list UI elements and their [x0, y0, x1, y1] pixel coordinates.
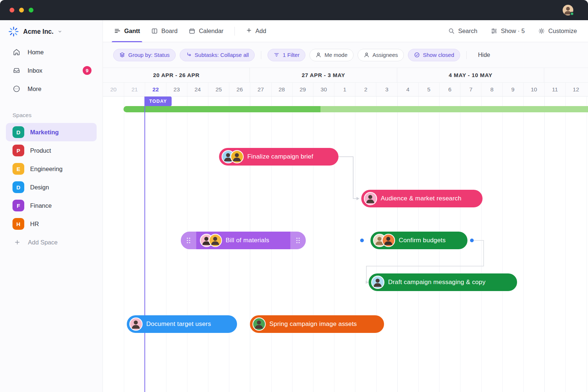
- sidebar-item-more[interactable]: More: [0, 80, 103, 98]
- dependency-link-dot-left[interactable]: [360, 239, 364, 242]
- space-icon: D: [12, 181, 24, 193]
- space-label: Finance: [30, 202, 52, 209]
- sidebar-item-hr[interactable]: H HR: [0, 215, 103, 233]
- inbox-icon: [12, 66, 21, 75]
- assignee-avatars: [222, 150, 244, 163]
- workspace-switcher[interactable]: Acme Inc.: [0, 20, 103, 43]
- assignee-avatar: [230, 150, 244, 163]
- tab-label: Gantt: [124, 28, 140, 35]
- day-header-9: 9: [502, 83, 523, 96]
- minimize-window-button[interactable]: [19, 8, 24, 12]
- task-bar-draft-campaign-messaging[interactable]: Draft campaign messaging & copy: [369, 273, 517, 291]
- space-icon: H: [12, 218, 24, 230]
- day-header-10: 10: [523, 83, 544, 96]
- task-label: Confirm budgets: [399, 237, 446, 244]
- task-bar-confirm-budgets[interactable]: Confirm budgets: [370, 232, 467, 249]
- tab-gantt[interactable]: Gantt: [114, 20, 140, 42]
- day-header-25: 25: [208, 83, 229, 96]
- assignee-avatar: [382, 234, 395, 247]
- sidebar-item-inbox[interactable]: Inbox 9: [0, 61, 103, 80]
- user-avatar[interactable]: [563, 5, 573, 15]
- day-row: 2021222324252627282930123456789101112: [103, 83, 588, 97]
- day-header-29: 29: [292, 83, 313, 96]
- subtask-icon: [186, 52, 192, 58]
- sidebar-item-finance[interactable]: F Finance: [0, 196, 103, 215]
- person-icon: [315, 52, 322, 58]
- view-toolbar: Gantt Board Calendar: [103, 20, 588, 42]
- customize-label: Customize: [548, 28, 577, 35]
- dependency-connectors: [103, 97, 588, 392]
- task-bar-finalize-campaign-brief[interactable]: Finalize campaign brief: [219, 148, 338, 166]
- sliders-icon: [491, 28, 498, 35]
- sidebar-item-design[interactable]: D Design: [0, 178, 103, 196]
- sidebar-item-marketing[interactable]: D Marketing: [6, 123, 97, 141]
- task-label: Draft campaign messaging & copy: [388, 279, 485, 286]
- assignee-avatar: [371, 276, 384, 289]
- task-bar-audience-market-research[interactable]: Audience & market research: [361, 190, 483, 207]
- layers-icon: [119, 52, 125, 58]
- sidebar: Acme Inc. Home Inbox 9: [0, 20, 103, 392]
- window-titlebar: [0, 0, 588, 20]
- gantt-view: 20 APR - 26 APR 27 APR - 3 MAY 4 MAY - 1…: [103, 68, 588, 392]
- space-icon: P: [12, 145, 24, 156]
- task-label: Document target users: [146, 320, 211, 328]
- add-view-button[interactable]: Add: [246, 27, 266, 35]
- sidebar-item-product[interactable]: P Product: [0, 141, 103, 160]
- nav-label: Inbox: [28, 67, 42, 74]
- search-icon: [448, 28, 455, 35]
- day-header-23: 23: [166, 83, 187, 96]
- tab-calendar[interactable]: Calendar: [189, 20, 223, 42]
- show-button[interactable]: Show · 5: [491, 28, 525, 35]
- toolbar-right: Search Show · 5 Customize: [448, 28, 577, 35]
- main-content: Gantt Board Calendar: [103, 20, 588, 392]
- space-label: Product: [30, 147, 51, 154]
- show-closed-pill[interactable]: Show closed: [408, 49, 460, 61]
- tab-label: Board: [161, 28, 178, 35]
- assignees-pill[interactable]: Assignees: [358, 49, 404, 61]
- day-header-28: 28: [271, 83, 292, 96]
- customize-button[interactable]: Customize: [538, 28, 577, 35]
- inbox-unread-badge: 9: [83, 66, 92, 75]
- sidebar-item-home[interactable]: Home: [0, 43, 103, 61]
- day-header-26: 26: [229, 83, 250, 96]
- board-icon: [151, 28, 158, 35]
- search-button[interactable]: Search: [448, 28, 477, 35]
- tab-label: Calendar: [199, 28, 223, 35]
- pill-label: 1 Filter: [283, 52, 300, 58]
- task-bar-spring-campaign-image-assets[interactable]: Spring campaign image assets: [250, 315, 384, 333]
- day-header-20: 20: [103, 83, 124, 96]
- subtasks-pill[interactable]: Subtasks: Collapse all: [180, 49, 255, 61]
- online-status-dot: [570, 12, 574, 16]
- tab-board[interactable]: Board: [151, 20, 178, 42]
- calendar-icon: [189, 28, 196, 35]
- spaces-heading: Spaces: [12, 112, 103, 119]
- me-mode-pill[interactable]: Me mode: [309, 49, 354, 61]
- drag-handle-left[interactable]: [181, 232, 196, 249]
- task-label: Audience & market research: [381, 195, 462, 202]
- add-space-label: Add Space: [28, 239, 58, 246]
- day-header-6: 6: [439, 83, 460, 96]
- filter-count-pill[interactable]: 1 Filter: [268, 49, 305, 61]
- check-circle-icon: [414, 52, 420, 58]
- task-bar-document-target-users[interactable]: Document target users: [127, 315, 237, 333]
- hide-button[interactable]: Hide: [478, 52, 490, 58]
- week-header: 27 APR - 3 MAY: [250, 68, 397, 82]
- app-window: Acme Inc. Home Inbox 9: [0, 0, 588, 392]
- assignee-avatars: [129, 317, 143, 331]
- filter-divider: [466, 51, 467, 59]
- assignee-avatars: [200, 234, 222, 247]
- day-header-4: 4: [397, 83, 418, 96]
- filter-divider: [261, 51, 261, 59]
- day-header-24: 24: [187, 83, 208, 96]
- zoom-window-button[interactable]: [29, 8, 33, 12]
- task-bar-bill-of-materials[interactable]: Bill of materials: [181, 232, 306, 249]
- home-icon: [12, 48, 21, 56]
- group-by-pill[interactable]: Group by: Status: [113, 49, 176, 61]
- sidebar-item-engineering[interactable]: E Engineering: [0, 160, 103, 178]
- dependency-link-dot-right[interactable]: [470, 239, 474, 242]
- day-header-21: 21: [124, 83, 145, 96]
- add-space-button[interactable]: Add Space: [0, 233, 103, 251]
- close-window-button[interactable]: [10, 8, 14, 12]
- assignee-avatars: [371, 276, 384, 289]
- person-icon: [363, 52, 370, 58]
